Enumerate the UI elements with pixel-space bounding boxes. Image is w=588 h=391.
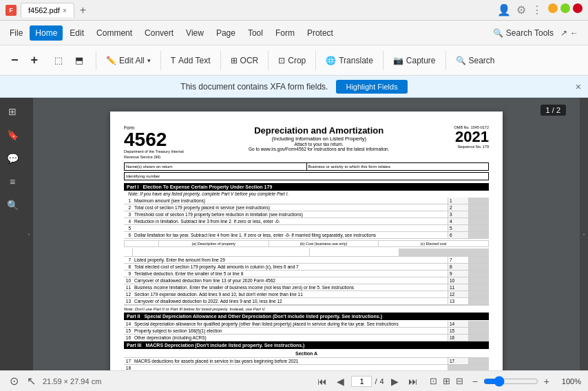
menu-page[interactable]: Page (211, 25, 241, 41)
title-bar: F f4562.pdf × + 👤 ⚙ ⋮ (0, 0, 588, 21)
last-page-btn[interactable]: ⏭ (406, 374, 421, 388)
maximize-btn[interactable] (560, 3, 570, 13)
page-viewport[interactable]: 1 / 2 Form 4562 Department of the Treasu… (33, 98, 580, 370)
pdf-document: Form 4562 Department of the Treasury Int… (110, 112, 503, 370)
sidebar-pages-icon[interactable]: ⊞ (3, 102, 22, 121)
crop-icon: ⊡ (278, 56, 285, 65)
part-ii-header: Part II Special Depreciation Allowance a… (124, 313, 489, 320)
divider6 (383, 51, 384, 70)
sidebar-comment-icon[interactable]: 💬 (3, 149, 22, 168)
add-text-btn[interactable]: T Add Text (165, 53, 216, 68)
menu-view[interactable]: View (180, 25, 209, 41)
menu-edit[interactable]: Edit (64, 25, 90, 41)
nav-back-icon: ← (570, 28, 578, 38)
form-year-block: OMB No. 1545-0172 2021 Sequence No. 179 (454, 125, 489, 149)
zoom-slider[interactable] (483, 376, 538, 387)
close-tab-btn[interactable]: × (63, 7, 67, 14)
ocr-icon: ⊞ (231, 56, 238, 65)
name-label: Name(s) shown on return (125, 163, 307, 170)
cursor-mode-btn[interactable]: ⊙ (7, 373, 21, 389)
menu-form[interactable]: Form (270, 25, 300, 41)
menu-bar: File Home Edit Comment Convert View Page… (0, 21, 588, 45)
page-sep: / (375, 377, 377, 385)
left-sidebar: ⊞ 🔖 💬 ≡ 🔍 (0, 98, 25, 370)
menu-home[interactable]: Home (30, 25, 63, 41)
notification-bar: This document contains XFA form fields. … (0, 76, 588, 98)
pointer-mode-btn[interactable]: ↖ (24, 373, 39, 389)
zoom-minus-btn[interactable]: − (470, 374, 481, 388)
page-counter-badge: 1 / 2 (540, 105, 566, 116)
part-i-label: Part I (127, 184, 139, 189)
search-tools-btn[interactable]: 🔍 Search Tools ↗ ← (487, 25, 584, 41)
total-pages: 4 (380, 377, 384, 385)
dont-note: Note: Don't use Part II or Part III belo… (124, 305, 489, 313)
window-controls: 👤 ⚙ ⋮ (497, 3, 582, 17)
ocr-btn[interactable]: ⊞ OCR (225, 53, 264, 68)
form-header: Form 4562 Department of the Treasury Int… (124, 125, 489, 160)
sidebar-bookmark-icon[interactable]: 🔖 (3, 125, 22, 145)
menu-protect[interactable]: Protect (302, 25, 339, 41)
row-15: 15 Property subject to section 168(f)(1)… (124, 328, 489, 335)
next-page-btn[interactable]: ▶ (388, 374, 401, 388)
active-tab[interactable]: f4562.pdf × (21, 3, 74, 17)
divider5 (315, 51, 316, 70)
minimize-btn[interactable] (548, 3, 558, 13)
translate-btn[interactable]: 🌐 Translate (320, 53, 379, 68)
row-2: 2 Total cost of section 179 property pla… (124, 204, 489, 211)
edit-all-btn[interactable]: ✏️ Edit All ▾ (101, 53, 156, 68)
search-icon2: 🔍 (456, 56, 466, 65)
prev-page-btn[interactable]: ◀ (334, 374, 347, 388)
form-title-block: Depreciation and Amortization (Including… (184, 125, 454, 151)
row-4: 4 Reduction in limitation. Subtract line… (124, 218, 489, 225)
zoom-level: 100% (555, 377, 581, 385)
first-page-btn[interactable]: ⏮ (315, 374, 330, 388)
zoom-bar: − + 100% (470, 374, 581, 388)
tab-filename: f4562.pdf (28, 6, 60, 14)
menu-file[interactable]: File (4, 25, 28, 41)
select-btn[interactable]: ⬚ (49, 53, 68, 67)
zoom-plus-btn[interactable]: + (541, 374, 552, 388)
capture-btn[interactable]: 📷 Capture (388, 53, 441, 68)
left-panel-toggle[interactable]: › (25, 98, 33, 370)
col-headers: (a) Description of property (b) Cost (bu… (124, 240, 489, 247)
divider7 (445, 51, 446, 70)
menu-comment[interactable]: Comment (91, 25, 138, 41)
user-icon: 👤 (497, 3, 511, 17)
divider3 (220, 51, 221, 70)
share-icon: ↗ (560, 28, 567, 38)
crop-btn[interactable]: ⊡ Crop (273, 53, 311, 68)
form-title: Depreciation and Amortization (191, 125, 448, 136)
zoom-out-btn[interactable]: − (6, 51, 24, 70)
select2-btn[interactable]: ⬒ (70, 53, 89, 67)
page-info: / 4 (351, 376, 384, 387)
part-ii-label: Part II (127, 314, 140, 319)
row-7: 7 Listed property. Enter the amount from… (124, 257, 489, 264)
notification-message: This document contains XFA form fields. (180, 82, 328, 92)
form-subtitle: (Including Information on Listed Propert… (191, 136, 448, 142)
chevron-left-icon: › (583, 231, 585, 237)
row-9: 9 Tentative deduction. Enter the smaller… (124, 271, 489, 277)
zoom-in-icon: + (31, 53, 39, 67)
new-tab-btn[interactable]: + (76, 3, 90, 18)
search-btn[interactable]: 🔍 Search (450, 53, 501, 68)
sidebar-layers-icon[interactable]: ≡ (3, 172, 22, 191)
right-panel-toggle[interactable]: › (580, 98, 588, 370)
zoom-in-btn[interactable]: + (25, 51, 44, 70)
current-page-input[interactable] (351, 376, 372, 387)
highlight-fields-btn[interactable]: Highlight Fields (336, 80, 407, 94)
row-16: 16 Other depreciation (including ACRS) 1… (124, 335, 489, 341)
notification-close-btn[interactable]: × (576, 81, 581, 92)
fit-page-btn[interactable]: ⊡ (428, 375, 439, 387)
fit-width-btn[interactable]: ⊞ (441, 375, 452, 387)
menu-convert[interactable]: Convert (139, 25, 179, 41)
menu-tool[interactable]: Tool (242, 25, 269, 41)
close-btn[interactable] (573, 3, 582, 13)
form-seq: Sequence No. 179 (454, 145, 489, 149)
fit-height-btn[interactable]: ⊟ (454, 375, 465, 387)
settings-icon[interactable]: ⚙ (516, 3, 526, 17)
capture-icon: 📷 (393, 56, 403, 65)
bottom-bar: ⊙ ↖ 21.59 × 27.94 cm ⏮ ◀ / 4 ▶ ⏭ ⊡ ⊞ ⊟ −… (0, 370, 588, 391)
more-icon[interactable]: ⋮ (532, 3, 543, 17)
sidebar-search-icon[interactable]: 🔍 (3, 196, 22, 215)
zoom-group: − + (6, 51, 43, 70)
